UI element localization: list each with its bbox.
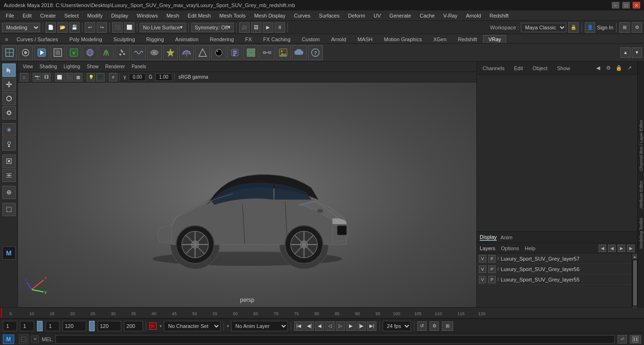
viewport-menu-shading[interactable]: Shading [37, 63, 60, 70]
layer57-name[interactable]: Luxury_Sport_SUV_Grey_layer57 [501, 256, 580, 262]
shelf-tab-xgen[interactable]: XGen [428, 35, 452, 43]
menu-vray[interactable]: V-Ray [439, 12, 461, 19]
layer-prev-btn[interactable]: ◀ [599, 245, 606, 252]
settings-button[interactable]: ⚙ [632, 22, 642, 33]
layer-next2-btn[interactable]: ▶ [627, 245, 635, 252]
shelf-icon-light[interactable] [163, 45, 178, 60]
next-key-button[interactable]: |▶ [357, 321, 366, 331]
close-button[interactable]: ✕ [633, 2, 640, 9]
live-surface-dropdown[interactable]: No Live Surface ▾ [140, 23, 186, 32]
range-start-input[interactable]: 120 [63, 321, 86, 331]
layer55-ref-btn[interactable]: P [488, 276, 496, 283]
shelf-icon-vray-render[interactable]: V [66, 45, 81, 60]
workspace-dropdown[interactable]: Maya Classic [521, 23, 566, 32]
shelf-tab-fx[interactable]: FX [240, 35, 257, 43]
shelf-tab-poly-modeling[interactable]: Poly Modeling [64, 35, 107, 43]
char-set-dropdown[interactable]: No Character Set [164, 321, 221, 331]
shelf-tab-rigging[interactable]: Rigging [141, 35, 169, 43]
shelf-collapse-button[interactable]: ≡ [2, 36, 11, 43]
menu-file[interactable]: File [2, 12, 18, 19]
menu-mesh-tools[interactable]: Mesh Tools [215, 12, 249, 19]
layer56-name[interactable]: Luxury_Sport_SUV_Grey_layer56 [501, 266, 580, 272]
menu-uv[interactable]: UV [370, 12, 385, 19]
current-frame-field[interactable]: 1 [20, 321, 34, 331]
shelf-icon-sphere[interactable] [82, 45, 98, 60]
undo-button[interactable]: ↩ [85, 22, 95, 33]
layer57-ref-btn[interactable]: P [488, 255, 496, 263]
range-slider[interactable] [37, 321, 43, 331]
menu-surfaces[interactable]: Surfaces [315, 12, 343, 19]
menu-redshift[interactable]: Redshift [486, 12, 512, 19]
timeline-ruler[interactable]: 5 10 15 20 25 30 35 40 45 50 55 60 65 70… [0, 308, 644, 318]
viewport-canvas[interactable]: x y z persp [18, 82, 476, 307]
maya-mel-icon[interactable]: M [3, 335, 14, 344]
shelf-icon-texture[interactable] [276, 45, 291, 60]
shelf-icon-ipr[interactable] [34, 45, 49, 60]
shelf-tab-mash[interactable]: MASH [352, 35, 378, 43]
open-scene-button[interactable]: 📂 [57, 22, 68, 33]
scale-tool-button[interactable] [2, 106, 16, 119]
workspace-lock-button[interactable]: 🔒 [568, 22, 579, 33]
menu-arnold[interactable]: Arnold [462, 12, 485, 19]
shelf-icon-grass[interactable] [98, 45, 114, 60]
frame-end-input[interactable]: 200 [124, 321, 143, 331]
vp-camera-button[interactable]: 📷 [33, 73, 41, 82]
shelf-icon-attribute[interactable] [227, 45, 242, 60]
play-back-button[interactable]: ◁ [325, 321, 335, 331]
vp-lights[interactable]: 💡 [87, 73, 95, 82]
layer-vertical-scrollbar[interactable]: ▲ ▼ [632, 254, 637, 312]
sign-in-label[interactable]: Sign In [597, 25, 613, 30]
vp-wireframe-button[interactable]: ⬜ [55, 73, 63, 82]
help-subtab[interactable]: Help [525, 245, 536, 251]
shelf-tab-vray[interactable]: VRay [483, 35, 506, 43]
shelf-scroll-down[interactable]: ▼ [632, 47, 642, 58]
new-scene-button[interactable]: 📄 [45, 22, 56, 33]
shelf-icon-hdri[interactable] [147, 45, 162, 60]
layer57-vis-btn[interactable]: V [479, 255, 486, 263]
paint-select-button[interactable] [2, 137, 16, 151]
range-end-input[interactable]: 120 [98, 321, 121, 331]
vp-shadows[interactable]: 🌑 [96, 73, 105, 82]
move-tool-button[interactable] [2, 78, 16, 91]
channels-tab[interactable]: Channels [481, 64, 506, 72]
menu-curves[interactable]: Curves [290, 12, 314, 19]
lasso-tool-button[interactable]: ⬜ [124, 22, 134, 33]
shelf-icon-grid[interactable] [243, 45, 259, 60]
mode-dropdown[interactable]: Modeling Rigging Animation Rendering FX [2, 23, 40, 32]
playback-settings-button[interactable]: ⚙ [429, 321, 439, 331]
shelf-icon-cloud[interactable] [292, 45, 307, 60]
render-button[interactable]: 🖼 [251, 22, 261, 33]
display-tab[interactable]: Display [480, 234, 497, 241]
redo-button[interactable]: ↪ [97, 22, 107, 33]
auto-key-button[interactable] [149, 322, 157, 330]
marquee-select-button[interactable] [2, 203, 16, 216]
rotate-tool-button[interactable] [2, 92, 16, 105]
layer56-ref-btn[interactable]: P [488, 265, 496, 273]
mel-exec-button[interactable]: ⏎ [617, 335, 627, 344]
menu-mesh-display[interactable]: Mesh Display [250, 12, 289, 19]
shelf-tab-motion-graphics[interactable]: Motion Graphics [379, 35, 427, 43]
menu-modify[interactable]: Modify [83, 12, 106, 19]
channel-box-side-label[interactable]: Channel Box / Layer Editor [639, 120, 644, 171]
modeling-toolkit-side-label[interactable]: Modeling Toolkit [639, 218, 644, 248]
next-frame-button[interactable]: ▶ [346, 321, 356, 331]
options-subtab[interactable]: Options [501, 245, 519, 251]
anim-layer-dropdown[interactable]: No Anim Layer [231, 321, 288, 331]
mel-close-icon[interactable]: ✕ [31, 336, 39, 343]
layer56-vis-btn[interactable]: V [479, 265, 486, 273]
fps-dropdown[interactable]: 24 fps 30 fps 60 fps [383, 321, 411, 331]
menu-deform[interactable]: Deform [344, 12, 369, 19]
play-forward-button[interactable]: ▷ [336, 321, 345, 331]
rp-expand-icon[interactable]: ↗ [625, 64, 634, 73]
shelf-icon-render-settings[interactable] [18, 45, 33, 60]
shelf-icon-triangle[interactable] [195, 45, 210, 60]
select-tool-button[interactable]: ⬛ [112, 22, 123, 33]
rp-settings-icon[interactable]: ⚙ [604, 64, 613, 73]
rp-lock-icon[interactable]: 🔒 [615, 64, 623, 73]
camera-button[interactable]: 🎥 [239, 22, 250, 33]
layer55-vis-btn[interactable]: V [479, 276, 486, 283]
mel-input[interactable] [55, 335, 615, 344]
menu-create[interactable]: Create [36, 12, 60, 19]
edit-tab[interactable]: Edit [512, 64, 525, 72]
shelf-scroll-up[interactable]: ▲ [620, 47, 631, 58]
